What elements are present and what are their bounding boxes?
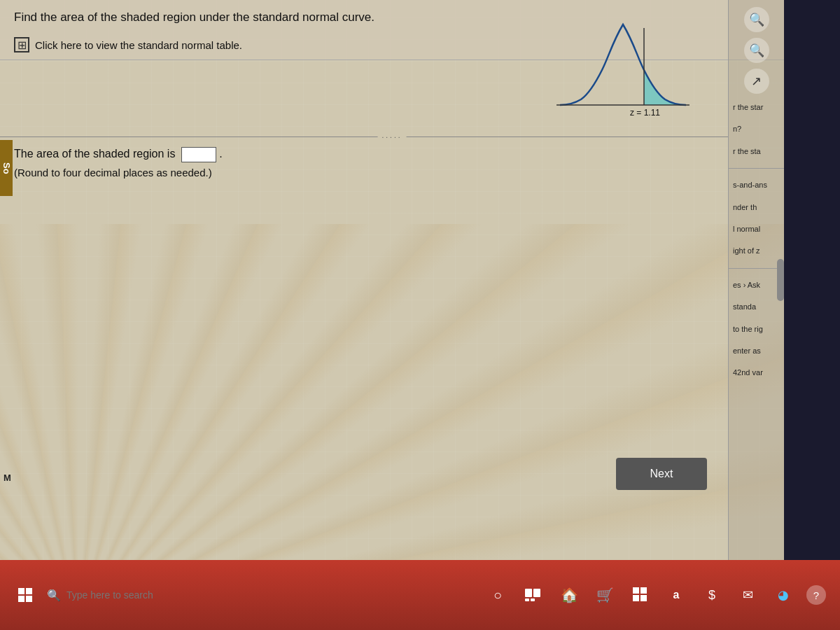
sidebar-text-12: 42nd var bbox=[729, 365, 784, 381]
windows-start-button[interactable] bbox=[14, 584, 36, 606]
taskbar-icon-mail[interactable]: ✉ bbox=[735, 582, 760, 608]
svg-rect-9 bbox=[633, 587, 639, 594]
z-value-label: z = 1.11 bbox=[630, 108, 660, 118]
taskbar-search-area: 🔍 bbox=[47, 589, 475, 602]
sidebar-divider-2 bbox=[729, 268, 784, 269]
svg-rect-11 bbox=[633, 595, 639, 601]
scrollbar-thumb[interactable] bbox=[777, 259, 784, 301]
svg-rect-8 bbox=[531, 598, 535, 601]
svg-rect-6 bbox=[533, 589, 540, 597]
svg-rect-2 bbox=[26, 588, 32, 594]
sidebar-text-2: n? bbox=[729, 121, 784, 137]
taskbar-search-icon: 🔍 bbox=[47, 589, 61, 602]
svg-rect-4 bbox=[26, 596, 32, 602]
windows-icon bbox=[17, 587, 34, 603]
grid-icon bbox=[633, 587, 648, 603]
svg-rect-10 bbox=[640, 587, 647, 594]
divider-dots: ..... bbox=[378, 132, 407, 139]
divider-line bbox=[0, 136, 728, 137]
sidebar-text-7: ight of z bbox=[729, 243, 784, 259]
taskbar: 🔍 ○ 🏠 🛒 a $ ✉ ◕ ? bbox=[0, 560, 840, 630]
main-content: Find the area of the shaded region under… bbox=[0, 0, 784, 560]
external-link-icon-btn[interactable]: ↗ bbox=[744, 69, 769, 94]
curve-container: z = 1.11 bbox=[553, 14, 693, 122]
sidebar-text-4: s-and-ans bbox=[729, 177, 784, 193]
taskbar-search-input[interactable] bbox=[66, 589, 189, 601]
search-icon-btn[interactable]: 🔍 bbox=[744, 7, 769, 32]
sidebar-text-1: r the star bbox=[729, 99, 784, 115]
taskbar-icon-letter-a[interactable]: a bbox=[664, 582, 689, 608]
table-icon bbox=[14, 37, 29, 52]
taskbar-icon-app3[interactable] bbox=[628, 582, 653, 608]
svg-rect-5 bbox=[525, 589, 532, 597]
sidebar-text-9: standa bbox=[729, 299, 784, 315]
answer-period: . bbox=[219, 148, 222, 160]
taskbar-icon-app2[interactable]: 🛒 bbox=[592, 582, 617, 608]
shaded-area bbox=[560, 24, 686, 105]
svg-rect-12 bbox=[640, 595, 647, 601]
sidebar-text-3: r the sta bbox=[729, 144, 784, 160]
sidebar-text-6: l normal bbox=[729, 221, 784, 237]
taskview-icon bbox=[525, 589, 542, 601]
svg-rect-1 bbox=[18, 588, 24, 594]
table-link-label: Click here to view the standard normal t… bbox=[35, 39, 242, 51]
left-tab-letter: So bbox=[1, 162, 12, 174]
sidebar-text-5: nder th bbox=[729, 200, 784, 216]
normal-curve-svg: z = 1.11 bbox=[553, 14, 693, 119]
answer-subtext: (Round to four decimal places as needed.… bbox=[14, 167, 714, 178]
taskbar-icon-taskview[interactable] bbox=[521, 582, 546, 608]
sidebar-text-10: to the rig bbox=[729, 321, 784, 337]
zoom-icon-btn[interactable]: 🔍 bbox=[744, 38, 769, 63]
taskbar-icon-help[interactable]: ? bbox=[806, 585, 826, 605]
sidebar-text-8: es › Ask bbox=[729, 277, 784, 293]
answer-section: The area of the shaded region is . (Roun… bbox=[14, 147, 714, 178]
taskbar-icon-dollar[interactable]: $ bbox=[699, 582, 724, 608]
left-tab: So bbox=[0, 140, 13, 196]
answer-prefix: The area of the shaded region is bbox=[14, 148, 175, 160]
svg-rect-3 bbox=[18, 596, 24, 602]
taskbar-icon-app1[interactable]: 🏠 bbox=[556, 582, 582, 608]
right-sidebar: 🔍 🔍 ↗ r the star n? r the sta s-and-ans … bbox=[728, 0, 784, 560]
answer-text: The area of the shaded region is . bbox=[14, 147, 714, 162]
answer-input[interactable] bbox=[181, 147, 216, 162]
sidebar-divider bbox=[729, 168, 784, 169]
taskbar-icon-edge[interactable]: ◕ bbox=[771, 582, 796, 608]
bottom-left-label: M bbox=[4, 472, 11, 483]
next-button[interactable]: Next bbox=[616, 458, 707, 490]
curve-outline bbox=[560, 24, 686, 105]
sidebar-text-11: enter as bbox=[729, 343, 784, 359]
taskbar-icon-cortana[interactable]: ○ bbox=[485, 582, 510, 608]
svg-rect-7 bbox=[525, 598, 529, 601]
